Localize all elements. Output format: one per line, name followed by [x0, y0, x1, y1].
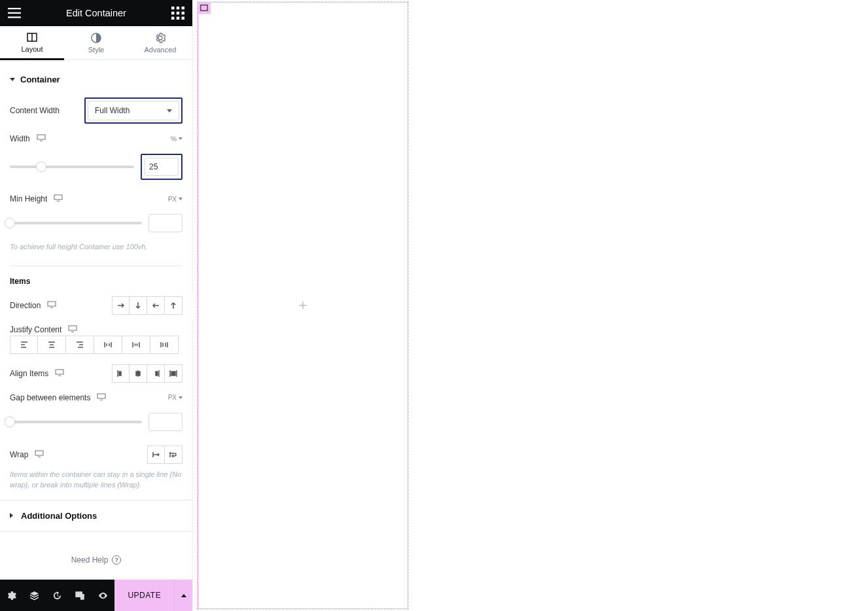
- unit-min-height[interactable]: PX: [168, 196, 182, 203]
- tab-advanced[interactable]: Advanced: [128, 26, 192, 60]
- hint-min-height: To achieve full height Container use 100…: [10, 241, 182, 262]
- svg-rect-1: [8, 12, 21, 14]
- settings-icon[interactable]: [0, 580, 23, 611]
- desktop-icon[interactable]: [47, 301, 56, 310]
- direction-column-reverse[interactable]: [165, 296, 182, 315]
- section-title: Container: [20, 75, 60, 84]
- svg-rect-2: [8, 17, 21, 18]
- row-width: Width %: [10, 129, 182, 148]
- slider-thumb[interactable]: [36, 162, 46, 172]
- direction-row-reverse[interactable]: [147, 296, 165, 315]
- align-end[interactable]: [147, 364, 165, 383]
- group-justify: [10, 336, 179, 354]
- label-gap: Gap between elements: [10, 393, 90, 402]
- desktop-icon[interactable]: [97, 393, 106, 402]
- align-stretch[interactable]: [165, 364, 182, 383]
- row-min-height: Min Height PX: [10, 189, 182, 209]
- justify-start[interactable]: [10, 336, 38, 354]
- wrap-nowrap[interactable]: [147, 445, 165, 464]
- align-center[interactable]: [130, 364, 147, 383]
- row-content-width: Content Width Full Width: [10, 92, 182, 129]
- row-gap: Gap between elements PX: [10, 388, 182, 408]
- input-gap[interactable]: [148, 413, 182, 431]
- panel-tabs: Layout Style Advanced: [0, 26, 192, 60]
- justify-center[interactable]: [38, 336, 66, 354]
- slider-thumb[interactable]: [5, 218, 15, 228]
- align-start[interactable]: [112, 364, 130, 383]
- question-icon: ?: [112, 555, 121, 565]
- justify-between[interactable]: [94, 336, 122, 354]
- justify-evenly[interactable]: [150, 336, 179, 354]
- slider-thumb[interactable]: [5, 417, 15, 427]
- svg-rect-5: [182, 7, 184, 9]
- select-content-width[interactable]: Full Width: [88, 101, 179, 120]
- tab-style[interactable]: Style: [64, 26, 128, 60]
- help-label: Need Help: [71, 555, 109, 565]
- unit-value: PX: [168, 394, 177, 401]
- chevron-up-icon: [181, 594, 186, 597]
- wrap-wrap[interactable]: [165, 445, 182, 464]
- input-width[interactable]: [145, 158, 179, 176]
- hint-wrap: Items within the container can stay in a…: [10, 469, 182, 500]
- svg-rect-53: [136, 372, 140, 375]
- menu-icon[interactable]: [8, 7, 21, 20]
- svg-rect-11: [182, 17, 184, 20]
- svg-rect-3: [171, 7, 174, 9]
- chevron-down-icon: [179, 396, 182, 399]
- preview-icon[interactable]: [92, 580, 114, 611]
- controls-scroll[interactable]: Container Content Width Full Width Width…: [0, 60, 192, 580]
- svg-rect-7: [177, 12, 179, 14]
- chevron-down-icon: [167, 109, 172, 113]
- responsive-icon[interactable]: [69, 580, 92, 611]
- desktop-icon[interactable]: [68, 325, 77, 334]
- desktop-icon[interactable]: [54, 194, 63, 203]
- group-align: [112, 364, 182, 383]
- subsection-items: Items: [10, 266, 182, 291]
- justify-around[interactable]: [122, 336, 150, 354]
- editor-panel: Edit Container Layout Style Advanced Con…: [0, 0, 193, 611]
- slider-row-gap: [10, 408, 182, 440]
- panel-footer: UPDATE: [0, 580, 192, 611]
- update-button[interactable]: UPDATE: [114, 580, 174, 611]
- panel-header: Edit Container: [0, 0, 192, 26]
- unit-value: PX: [168, 196, 177, 203]
- section-title: Additional Options: [21, 511, 97, 521]
- label-content-width: Content Width: [10, 106, 60, 115]
- container-element[interactable]: +: [198, 2, 408, 609]
- slider-gap[interactable]: [10, 421, 142, 423]
- desktop-icon[interactable]: [35, 450, 44, 459]
- editor-canvas[interactable]: +: [193, 0, 868, 611]
- widgets-icon[interactable]: [171, 7, 184, 20]
- input-min-height[interactable]: [148, 214, 182, 232]
- add-widget-button[interactable]: +: [299, 297, 307, 314]
- svg-rect-55: [156, 372, 158, 375]
- desktop-icon[interactable]: [55, 369, 64, 378]
- justify-end[interactable]: [66, 336, 94, 354]
- chevron-down-icon: [179, 198, 182, 200]
- container-handle[interactable]: [198, 2, 211, 14]
- update-label: UPDATE: [128, 591, 161, 600]
- caret-right-icon: [10, 513, 16, 518]
- direction-row[interactable]: [112, 296, 130, 315]
- unit-gap[interactable]: PX: [168, 394, 182, 401]
- group-wrap: [147, 445, 182, 464]
- unit-width[interactable]: %: [171, 135, 182, 143]
- svg-rect-4: [177, 7, 179, 9]
- section-container[interactable]: Container: [10, 60, 182, 92]
- history-icon[interactable]: [46, 580, 69, 611]
- slider-min-height[interactable]: [10, 222, 142, 224]
- desktop-icon[interactable]: [37, 134, 46, 143]
- svg-rect-9: [171, 17, 174, 20]
- slider-width[interactable]: [10, 166, 134, 168]
- section-additional[interactable]: Additional Options: [0, 500, 192, 532]
- svg-rect-68: [201, 5, 207, 11]
- svg-rect-6: [171, 12, 174, 14]
- update-options-button[interactable]: [174, 580, 192, 611]
- navigator-icon[interactable]: [23, 580, 46, 611]
- tab-layout[interactable]: Layout: [0, 26, 64, 60]
- svg-rect-10: [177, 17, 179, 20]
- caret-down-icon: [10, 78, 15, 81]
- direction-column[interactable]: [130, 296, 147, 315]
- highlight-width-input: [141, 154, 182, 180]
- help-link[interactable]: Need Help ?: [10, 532, 182, 565]
